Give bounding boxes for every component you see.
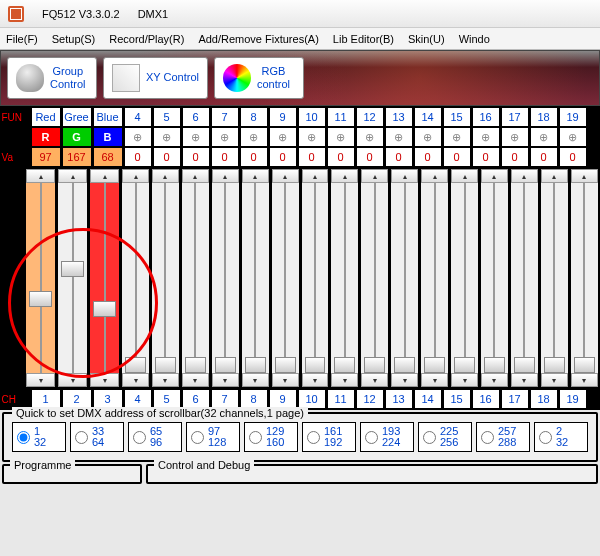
value-cell[interactable]: 0 — [153, 147, 181, 167]
value-cell[interactable]: 0 — [327, 147, 355, 167]
ch-cell[interactable]: 12 — [356, 389, 384, 409]
slider-thumb[interactable] — [275, 357, 296, 373]
slider-up-button[interactable]: ▴ — [481, 169, 508, 183]
slider-down-button[interactable]: ▾ — [302, 373, 329, 387]
slider-thumb[interactable] — [185, 357, 206, 373]
slider-up-button[interactable]: ▴ — [302, 169, 329, 183]
slider-thumb[interactable] — [93, 301, 116, 317]
slider-up-button[interactable]: ▴ — [26, 169, 55, 183]
slider-down-button[interactable]: ▾ — [331, 373, 358, 387]
menu-lib[interactable]: Lib Editor(B) — [333, 33, 394, 45]
slider-thumb[interactable] — [394, 357, 415, 373]
quickset-radio[interactable]: 225256 — [418, 422, 472, 452]
value-cell[interactable]: 0 — [414, 147, 442, 167]
menu-skin[interactable]: Skin(U) — [408, 33, 445, 45]
menu-file[interactable]: File(F) — [6, 33, 38, 45]
value-cell[interactable]: 0 — [472, 147, 500, 167]
value-cell[interactable]: 0 — [269, 147, 297, 167]
ch-cell[interactable]: 16 — [472, 389, 500, 409]
slider-up-button[interactable]: ▴ — [391, 169, 418, 183]
value-cell[interactable]: 0 — [385, 147, 413, 167]
slider-track[interactable] — [421, 183, 448, 373]
ch-cell[interactable]: 13 — [385, 389, 413, 409]
slider-up-button[interactable]: ▴ — [451, 169, 478, 183]
ch-cell[interactable]: 6 — [182, 389, 210, 409]
slider-up-button[interactable]: ▴ — [331, 169, 358, 183]
slider-track[interactable] — [541, 183, 568, 373]
slider-track[interactable] — [182, 183, 209, 373]
slider-up-button[interactable]: ▴ — [212, 169, 239, 183]
slider-track[interactable] — [511, 183, 538, 373]
ch-cell[interactable]: 2 — [62, 389, 92, 409]
slider-down-button[interactable]: ▾ — [541, 373, 568, 387]
slider-up-button[interactable]: ▴ — [421, 169, 448, 183]
ch-cell[interactable]: 8 — [240, 389, 268, 409]
slider-track[interactable] — [331, 183, 358, 373]
menu-record[interactable]: Record/Play(R) — [109, 33, 184, 45]
slider-thumb[interactable] — [514, 357, 535, 373]
slider-up-button[interactable]: ▴ — [272, 169, 299, 183]
slider-thumb[interactable] — [125, 357, 146, 373]
value-cell[interactable]: 97 — [31, 147, 61, 167]
ch-cell[interactable]: 15 — [443, 389, 471, 409]
slider-track[interactable] — [152, 183, 179, 373]
slider-thumb[interactable] — [155, 357, 176, 373]
slider-up-button[interactable]: ▴ — [122, 169, 149, 183]
slider-thumb[interactable] — [61, 261, 84, 277]
swatch-green[interactable]: G — [62, 127, 92, 147]
slider-thumb[interactable] — [29, 291, 52, 307]
slider-thumb[interactable] — [215, 357, 236, 373]
slider-track[interactable] — [571, 183, 598, 373]
value-cell[interactable]: 68 — [93, 147, 123, 167]
slider-track[interactable] — [242, 183, 269, 373]
swatch-blue[interactable]: B — [93, 127, 123, 147]
slider-down-button[interactable]: ▾ — [272, 373, 299, 387]
slider-up-button[interactable]: ▴ — [90, 169, 119, 183]
value-cell[interactable]: 0 — [182, 147, 210, 167]
value-cell[interactable]: 0 — [240, 147, 268, 167]
slider-thumb[interactable] — [364, 357, 385, 373]
slider-down-button[interactable]: ▾ — [242, 373, 269, 387]
slider-thumb[interactable] — [424, 357, 445, 373]
slider-thumb[interactable] — [334, 357, 355, 373]
slider-thumb[interactable] — [454, 357, 475, 373]
slider-thumb[interactable] — [574, 357, 595, 373]
slider-track[interactable] — [122, 183, 149, 373]
quickset-radio[interactable]: 161192 — [302, 422, 356, 452]
slider-track[interactable] — [26, 183, 55, 373]
slider-track[interactable] — [481, 183, 508, 373]
slider-thumb[interactable] — [544, 357, 565, 373]
quickset-radio[interactable]: 257288 — [476, 422, 530, 452]
quickset-radio[interactable]: 129160 — [244, 422, 298, 452]
slider-down-button[interactable]: ▾ — [152, 373, 179, 387]
slider-down-button[interactable]: ▾ — [391, 373, 418, 387]
quickset-radio[interactable]: 3364 — [70, 422, 124, 452]
slider-track[interactable] — [451, 183, 478, 373]
slider-up-button[interactable]: ▴ — [571, 169, 598, 183]
ch-cell[interactable]: 18 — [530, 389, 558, 409]
slider-track[interactable] — [90, 183, 119, 373]
slider-track[interactable] — [272, 183, 299, 373]
slider-down-button[interactable]: ▾ — [122, 373, 149, 387]
ch-cell[interactable]: 19 — [559, 389, 587, 409]
slider-down-button[interactable]: ▾ — [571, 373, 598, 387]
slider-up-button[interactable]: ▴ — [152, 169, 179, 183]
xy-control-button[interactable]: XY Control — [103, 57, 208, 99]
slider-down-button[interactable]: ▾ — [182, 373, 209, 387]
slider-down-button[interactable]: ▾ — [451, 373, 478, 387]
ch-cell[interactable]: 5 — [153, 389, 181, 409]
ch-cell[interactable]: 3 — [93, 389, 123, 409]
slider-track[interactable] — [212, 183, 239, 373]
value-cell[interactable]: 0 — [298, 147, 326, 167]
slider-up-button[interactable]: ▴ — [242, 169, 269, 183]
slider-down-button[interactable]: ▾ — [212, 373, 239, 387]
value-cell[interactable]: 0 — [124, 147, 152, 167]
slider-down-button[interactable]: ▾ — [511, 373, 538, 387]
quickset-radio[interactable]: 6596 — [128, 422, 182, 452]
slider-down-button[interactable]: ▾ — [481, 373, 508, 387]
slider-thumb[interactable] — [245, 357, 266, 373]
value-cell[interactable]: 167 — [62, 147, 92, 167]
value-cell[interactable]: 0 — [356, 147, 384, 167]
ch-cell[interactable]: 4 — [124, 389, 152, 409]
slider-up-button[interactable]: ▴ — [58, 169, 87, 183]
